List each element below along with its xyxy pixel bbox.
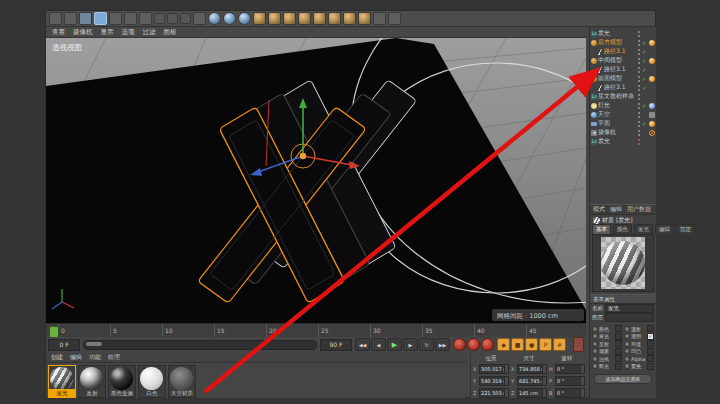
channel-state-icon[interactable] [615, 363, 622, 370]
undo-icon[interactable] [49, 12, 62, 25]
visibility-dots-icon[interactable] [638, 30, 641, 38]
enabled-check-icon[interactable]: ✓ [642, 49, 648, 55]
key-rotation-button[interactable]: ● [525, 338, 538, 351]
channel-checkbox[interactable] [592, 333, 598, 339]
material-tab[interactable]: 基本 [592, 224, 611, 234]
channel-checkbox[interactable] [592, 363, 598, 369]
size-z-field[interactable]: 145 cm [517, 388, 547, 398]
material-thumbnail[interactable]: 黑色金属 [108, 365, 136, 398]
array-generator-icon[interactable] [298, 12, 311, 25]
enabled-check-icon[interactable]: ✓ [642, 85, 648, 91]
record-keyframe-button[interactable] [453, 338, 466, 351]
key-pla-button[interactable]: # [553, 338, 566, 351]
subdivision-surface-icon[interactable] [283, 12, 296, 25]
object-row[interactable]: 发光 ✓ [590, 137, 656, 146]
rotation-p-field[interactable]: 0 ° [555, 376, 585, 386]
rotation-b-field[interactable]: 0 ° [555, 388, 585, 398]
record-autokey-button[interactable] [467, 338, 480, 351]
redo-icon[interactable] [64, 12, 77, 25]
perspective-viewport[interactable]: 透视视图 网格间距 : 1000 cm [46, 38, 586, 323]
visibility-dots-icon[interactable] [638, 129, 641, 137]
rotate-tool-icon[interactable] [124, 12, 137, 25]
size-y-field[interactable]: 681.745 cm [517, 376, 547, 386]
material-thumbnail[interactable]: 天空材质 [168, 365, 196, 398]
object-tag-icon[interactable] [649, 40, 655, 46]
channel-state-icon[interactable] [615, 340, 622, 347]
material-tab[interactable]: 发光 [634, 224, 653, 234]
viewport-menu-item[interactable]: 过滤 [143, 28, 156, 37]
channel-state-icon[interactable] [647, 325, 654, 332]
enabled-check-icon[interactable]: ✓ [642, 121, 648, 127]
live-selection-icon[interactable] [79, 12, 92, 25]
object-row[interactable]: 路径3.1 ✓ [590, 83, 656, 92]
enabled-check-icon[interactable]: ✓ [642, 67, 648, 73]
material-menu-item[interactable]: 创建 [51, 353, 63, 362]
frame-range-slider[interactable] [83, 340, 317, 350]
channel-checkbox[interactable] [624, 348, 630, 354]
visibility-dots-icon[interactable] [638, 57, 641, 65]
attribute-footer-button[interactable]: 添加商品交易库 [594, 374, 653, 384]
coordinate-system-icon[interactable] [193, 12, 206, 25]
viewport-menu-item[interactable]: 查看 [52, 28, 65, 37]
layer-input[interactable] [605, 313, 654, 322]
channel-state-icon[interactable] [615, 348, 622, 355]
attribute-tab[interactable]: 用户数据 [627, 205, 651, 214]
name-input[interactable]: 发光 [605, 304, 654, 313]
scale-tool-icon[interactable] [109, 12, 122, 25]
visibility-dots-icon[interactable] [638, 66, 641, 74]
floor-environment-icon[interactable] [328, 12, 341, 25]
object-tag-icon[interactable] [649, 112, 655, 118]
object-tag-icon[interactable] [649, 76, 655, 82]
visibility-dots-icon[interactable] [638, 48, 641, 56]
object-row[interactable]: 天空 ✓ [590, 110, 656, 119]
object-row[interactable]: 路径3.1 ✓ [590, 47, 656, 56]
object-tag-icon[interactable] [649, 103, 655, 109]
channel-state-icon[interactable] [647, 333, 654, 340]
material-menu-item[interactable]: 纹理 [108, 353, 120, 362]
key-scale-button[interactable]: ■ [511, 338, 524, 351]
prev-frame-button[interactable]: ◀ [371, 338, 386, 351]
viewport-menu-item[interactable]: 显示 [101, 28, 114, 37]
object-row[interactable]: 后方模型 ✓ [590, 38, 656, 47]
object-row[interactable]: 灯光 ✓ [590, 101, 656, 110]
enabled-check-icon[interactable]: ✓ [642, 76, 648, 82]
visibility-dots-icon[interactable] [638, 75, 641, 83]
material-thumbnail[interactable]: 白色 [138, 365, 166, 398]
material-thumbnail[interactable]: 发光 [48, 365, 76, 398]
channel-state-icon[interactable] [647, 363, 654, 370]
primitive-cube-icon[interactable] [253, 12, 266, 25]
rotation-h-field[interactable]: 0 ° [555, 364, 585, 374]
channel-checkbox[interactable] [592, 348, 598, 354]
position-z-field[interactable]: 221.503 cm [479, 388, 509, 398]
visibility-dots-icon[interactable] [638, 138, 641, 146]
jump-start-button[interactable]: ◀◀ [355, 338, 370, 351]
channel-checkbox[interactable] [624, 341, 630, 347]
object-row[interactable]: 平面 ✓ [590, 119, 656, 128]
object-tag-icon[interactable] [649, 121, 655, 127]
timeline-ruler[interactable]: 051015202530354045 [46, 323, 586, 338]
material-preview-pane[interactable] [592, 234, 654, 292]
object-row[interactable]: 路径3.1 ✓ [590, 65, 656, 74]
object-tag-icon[interactable] [649, 130, 655, 136]
keyframe-selection-icon[interactable] [573, 337, 584, 352]
channel-checkbox[interactable] [592, 341, 598, 347]
material-thumbnail[interactable]: 反射 [78, 365, 106, 398]
attribute-tab[interactable]: 模式 [593, 205, 605, 214]
z-axis-lock-icon[interactable] [180, 13, 191, 24]
channel-state-icon[interactable] [615, 333, 622, 340]
channel-checkbox[interactable] [624, 326, 630, 332]
object-row[interactable]: 星文教程样条 ✓ [590, 92, 656, 101]
viewport-menu-item[interactable]: 摄像机 [73, 28, 93, 37]
deformer-icon[interactable] [313, 12, 326, 25]
enabled-check-icon[interactable]: ✓ [642, 58, 648, 64]
render-picture-viewer-icon[interactable] [223, 12, 236, 25]
material-tab[interactable]: 编辑 [655, 224, 674, 234]
spline-pen-icon[interactable] [268, 12, 281, 25]
y-axis-lock-icon[interactable] [167, 13, 178, 24]
next-frame-button[interactable]: ▶ [403, 338, 418, 351]
channel-state-icon[interactable] [647, 355, 654, 362]
x-axis-lock-icon[interactable] [154, 13, 165, 24]
move-tool-icon[interactable] [94, 12, 107, 25]
render-settings-icon[interactable] [238, 12, 251, 25]
position-y-field[interactable]: 540.319 cm [479, 376, 509, 386]
